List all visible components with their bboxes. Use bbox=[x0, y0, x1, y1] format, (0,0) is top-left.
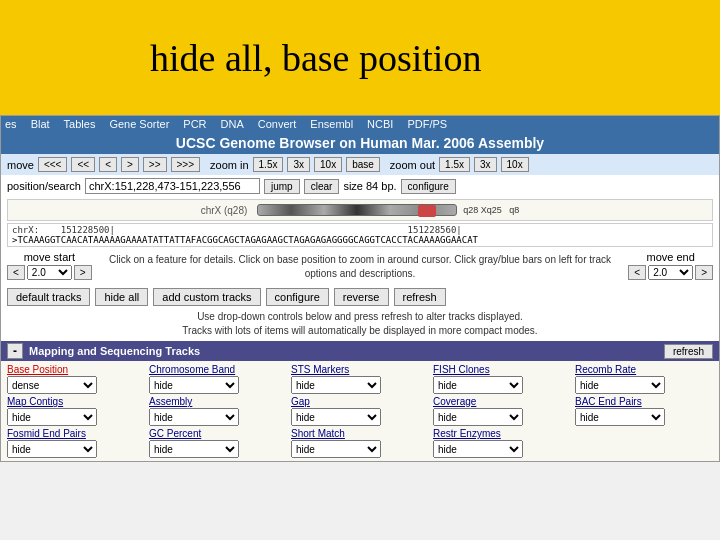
track-select-sts-markers[interactable]: hidedensesquishpackfull bbox=[291, 376, 381, 394]
track-item: Restr Enzymeshidedensesquishpackfull bbox=[433, 428, 571, 458]
zoom-in-label: zoom in bbox=[210, 159, 249, 171]
default-tracks-button[interactable]: default tracks bbox=[7, 288, 90, 306]
nav-btn-ltlt[interactable]: << bbox=[71, 157, 95, 172]
nav-btn-gtgtgt[interactable]: >>> bbox=[171, 157, 201, 172]
track-select-bac-end-pairs[interactable]: hidedensesquishpackfull bbox=[575, 408, 665, 426]
nav-item-es[interactable]: es bbox=[5, 118, 17, 130]
info-line: Use drop-down controls below and press r… bbox=[7, 310, 713, 324]
track-select-gc-percent[interactable]: hidedensesquishpackfull bbox=[149, 440, 239, 458]
move-end-more[interactable]: > bbox=[695, 265, 713, 280]
track-item: GC Percenthidedensesquishpackfull bbox=[149, 428, 287, 458]
toolbar-row: move<<<<<<>>>>>>zoom in1.5x3x10xbasezoom… bbox=[1, 154, 719, 175]
zoom-in-base[interactable]: base bbox=[346, 157, 380, 172]
move-end: move end < 2.03.010.0 > bbox=[628, 251, 713, 280]
move-end-select[interactable]: 2.03.010.0 bbox=[648, 265, 693, 280]
track-item: Recomb Ratehidedensesquishpackfull bbox=[575, 364, 713, 394]
chrom-label: chrX (q28) bbox=[201, 205, 248, 216]
track-select-chromosome-band[interactable]: hidedensesquishpackfull bbox=[149, 376, 239, 394]
move-label: move bbox=[7, 159, 34, 171]
nav-btn-ltltlt[interactable]: <<< bbox=[38, 157, 68, 172]
zoom-out-1.5x[interactable]: 1.5x bbox=[439, 157, 470, 172]
track-link-sts-markers[interactable]: STS Markers bbox=[291, 364, 429, 375]
nav-item-ncbi[interactable]: NCBI bbox=[367, 118, 393, 130]
nav-item-convert[interactable]: Convert bbox=[258, 118, 297, 130]
track-item: FISH Cloneshidedensesquishpackfull bbox=[433, 364, 571, 394]
nav-item-pdf-ps[interactable]: PDF/PS bbox=[407, 118, 447, 130]
tracks-title: Mapping and Sequencing Tracks bbox=[29, 345, 200, 357]
zoom-in-1.5x[interactable]: 1.5x bbox=[253, 157, 284, 172]
track-item: STS Markershidedensesquishpackfull bbox=[291, 364, 429, 394]
track-select-fish-clones[interactable]: hidedensesquishpackfull bbox=[433, 376, 523, 394]
configure-tracks-button[interactable]: configure bbox=[266, 288, 329, 306]
track-select-restr-enzymes[interactable]: hidedensesquishpackfull bbox=[433, 440, 523, 458]
track-select-assembly[interactable]: hidedensesquishpackfull bbox=[149, 408, 239, 426]
chrom-view: chrX (q28) q28 Xq25 q8 bbox=[7, 199, 713, 221]
control-area: move start < 2.03.010.0 > Click on a fea… bbox=[1, 249, 719, 285]
track-item: BAC End Pairshidedensesquishpackfull bbox=[575, 396, 713, 426]
track-link-fosmid-end-pairs[interactable]: Fosmid End Pairs bbox=[7, 428, 145, 439]
track-link-recomb-rate[interactable]: Recomb Rate bbox=[575, 364, 713, 375]
yellow-banner: hide all, base position bbox=[0, 0, 720, 115]
action-row: default tracks hide all add custom track… bbox=[1, 285, 719, 309]
add-custom-button[interactable]: add custom tracks bbox=[153, 288, 260, 306]
track-select-recomb-rate[interactable]: hidedensesquishpackfull bbox=[575, 376, 665, 394]
track-item: Map Contigshidedensesquishpackfull bbox=[7, 396, 145, 426]
nav-item-pcr[interactable]: PCR bbox=[183, 118, 206, 130]
track-select-gap[interactable]: hidedensesquishpackfull bbox=[291, 408, 381, 426]
jump-button[interactable]: jump bbox=[264, 179, 300, 194]
zoom-out-10x[interactable]: 10x bbox=[501, 157, 529, 172]
track-link-coverage[interactable]: Coverage bbox=[433, 396, 571, 407]
page-title: hide all, base position bbox=[150, 36, 481, 80]
reverse-button[interactable]: reverse bbox=[334, 288, 389, 306]
track-item: Fosmid End Pairshidedensesquishpackfull bbox=[7, 428, 145, 458]
tracks-header-left: - Mapping and Sequencing Tracks bbox=[7, 343, 200, 359]
track-select-base-position[interactable]: hidedensesquishpackfull bbox=[7, 376, 97, 394]
seq-view: chrX: 151228500| 151228560|>TCAAAGGTCAAC… bbox=[7, 223, 713, 247]
track-link-base-position[interactable]: Base Position bbox=[7, 364, 145, 375]
move-start-more[interactable]: > bbox=[74, 265, 92, 280]
move-start-select[interactable]: 2.03.010.0 bbox=[27, 265, 72, 280]
move-end-less[interactable]: < bbox=[628, 265, 646, 280]
track-select-map-contigs[interactable]: hidedensesquishpackfull bbox=[7, 408, 97, 426]
nav-item-gene sorter[interactable]: Gene Sorter bbox=[109, 118, 169, 130]
nav-item-tables[interactable]: Tables bbox=[64, 118, 96, 130]
track-item: Coveragehidedensesquishpackfull bbox=[433, 396, 571, 426]
tracks-refresh-button[interactable]: refresh bbox=[664, 344, 713, 359]
track-select-short-match[interactable]: hidedensesquishpackfull bbox=[291, 440, 381, 458]
zoom-in-3x[interactable]: 3x bbox=[287, 157, 310, 172]
nav-btn-gtgt[interactable]: >> bbox=[143, 157, 167, 172]
nav-item-blat[interactable]: Blat bbox=[31, 118, 50, 130]
track-link-bac-end-pairs[interactable]: BAC End Pairs bbox=[575, 396, 713, 407]
refresh-button[interactable]: refresh bbox=[394, 288, 446, 306]
nav-item-ensembl[interactable]: Ensembl bbox=[310, 118, 353, 130]
move-start-less[interactable]: < bbox=[7, 265, 25, 280]
track-select-coverage[interactable]: hidedensesquishpackfull bbox=[433, 408, 523, 426]
track-link-restr-enzymes[interactable]: Restr Enzymes bbox=[433, 428, 571, 439]
nav-item-dna[interactable]: DNA bbox=[221, 118, 244, 130]
track-link-map-contigs[interactable]: Map Contigs bbox=[7, 396, 145, 407]
position-label: position/search bbox=[7, 180, 81, 192]
track-item: Base Positionhidedensesquishpackfull bbox=[7, 364, 145, 394]
configure-button[interactable]: configure bbox=[401, 179, 456, 194]
track-link-assembly[interactable]: Assembly bbox=[149, 396, 287, 407]
zoom-out-3x[interactable]: 3x bbox=[474, 157, 497, 172]
nav-btn-gt[interactable]: > bbox=[121, 157, 139, 172]
hide-all-button[interactable]: hide all bbox=[95, 288, 148, 306]
track-link-gap[interactable]: Gap bbox=[291, 396, 429, 407]
track-link-short-match[interactable]: Short Match bbox=[291, 428, 429, 439]
track-select-fosmid-end-pairs[interactable]: hidedensesquishpackfull bbox=[7, 440, 97, 458]
clear-button[interactable]: clear bbox=[304, 179, 340, 194]
tracks-grid: Base PositionhidedensesquishpackfullChro… bbox=[1, 361, 719, 461]
move-end-label: move end bbox=[647, 251, 695, 263]
track-item: Short Matchhidedensesquishpackfull bbox=[291, 428, 429, 458]
info-line: Tracks with lots of items will automatic… bbox=[7, 324, 713, 338]
track-link-gc-percent[interactable]: GC Percent bbox=[149, 428, 287, 439]
track-item: Chromosome Bandhidedensesquishpackfull bbox=[149, 364, 287, 394]
zoom-in-10x[interactable]: 10x bbox=[314, 157, 342, 172]
track-link-chromosome-band[interactable]: Chromosome Band bbox=[149, 364, 287, 375]
minus-button[interactable]: - bbox=[7, 343, 23, 359]
position-input[interactable] bbox=[85, 178, 260, 194]
track-link-fish-clones[interactable]: FISH Clones bbox=[433, 364, 571, 375]
nav-btn-lt[interactable]: < bbox=[99, 157, 117, 172]
move-start: move start < 2.03.010.0 > bbox=[7, 251, 92, 280]
